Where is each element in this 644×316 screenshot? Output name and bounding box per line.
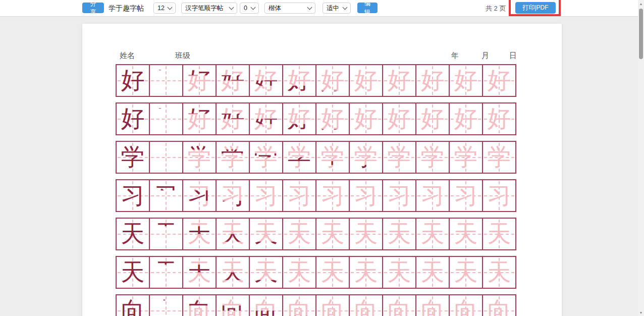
chevron-down-icon bbox=[229, 5, 234, 10]
font-size-value: 12 bbox=[157, 5, 165, 12]
character-glyph-trace: 向 bbox=[450, 295, 482, 316]
character-glyph-trace: 好 bbox=[283, 103, 315, 134]
character-glyph-trace: 学 bbox=[383, 142, 415, 173]
font-family-select[interactable]: 楷体 bbox=[264, 3, 315, 14]
guide-line-horizontal bbox=[151, 234, 181, 235]
character-glyph-trace: 习 bbox=[316, 180, 349, 211]
practice-cell: 学 bbox=[449, 141, 482, 173]
edit-button[interactable]: 编辑 bbox=[357, 3, 378, 13]
scroll-down-icon[interactable]: ▼ bbox=[638, 309, 644, 316]
character-glyph-trace: 学 bbox=[316, 142, 349, 173]
sheet-type-select[interactable]: 汉字笔顺字帖 bbox=[181, 3, 237, 14]
practice-cell: 向向 bbox=[183, 295, 216, 316]
character-glyph-trace: 学 bbox=[217, 142, 249, 173]
character-glyph-trace: 好 bbox=[217, 65, 249, 96]
chevron-down-icon bbox=[307, 5, 312, 10]
practice-cell: 向 bbox=[149, 295, 183, 316]
practice-cell: 好好 bbox=[283, 103, 316, 135]
practice-cell: 习 bbox=[482, 180, 516, 212]
character-glyph-trace: 好 bbox=[416, 103, 449, 134]
practice-cell: 学学 bbox=[283, 141, 316, 173]
character-glyph-trace: 天 bbox=[383, 257, 415, 288]
guide-line-horizontal bbox=[151, 119, 181, 120]
practice-cell: 好 bbox=[449, 65, 482, 96]
practice-row: 好好好好好好好好好好好好好好好好好 bbox=[116, 102, 516, 135]
practice-cell: 天 bbox=[316, 256, 349, 288]
practice-cell: 天 bbox=[283, 256, 316, 288]
character-glyph-trace: 天 bbox=[416, 257, 449, 288]
practice-cell: 向向 bbox=[216, 295, 249, 316]
practice-cell: 好 bbox=[416, 103, 449, 135]
practice-cell: 天 bbox=[116, 256, 149, 288]
practice-cell: 天 bbox=[149, 256, 183, 288]
practice-cell: 好好 bbox=[183, 103, 216, 135]
practice-cell: 天 bbox=[482, 256, 516, 288]
character-glyph-trace: 向 bbox=[183, 295, 216, 316]
practice-cell: 习习 bbox=[216, 180, 249, 212]
character-glyph-trace: 好 bbox=[283, 65, 315, 96]
practice-cell: 好 bbox=[149, 65, 183, 96]
font-family-value: 楷体 bbox=[269, 4, 281, 13]
practice-cell: 习 bbox=[316, 180, 349, 212]
practice-cell: 天 bbox=[149, 218, 183, 250]
practice-cell: 天 bbox=[449, 218, 482, 250]
practice-cell: 学 bbox=[482, 141, 516, 173]
character-glyph-trace: 向 bbox=[416, 295, 449, 316]
practice-cell: 天天 bbox=[249, 256, 283, 288]
scrollbar[interactable]: ▲ ▼ bbox=[638, 0, 644, 316]
practice-cell: 好好 bbox=[183, 65, 216, 96]
practice-grid: 好好好好好好好好好好好好好好好好好好好好好好好好好好好好好好好好好好学学学学学学… bbox=[116, 64, 516, 316]
practice-cell: 天 bbox=[449, 256, 482, 288]
practice-cell: 向 bbox=[383, 295, 416, 316]
practice-cell: 好好 bbox=[216, 103, 249, 135]
character-glyph-trace: 天 bbox=[183, 219, 216, 249]
guide-line-horizontal bbox=[151, 80, 181, 81]
practice-cell: 习 bbox=[283, 180, 316, 212]
character-glyph-trace: 天 bbox=[183, 257, 216, 288]
print-pdf-button[interactable]: 打印|PDF bbox=[515, 2, 556, 14]
character-glyph-dark: 学 bbox=[117, 142, 149, 173]
character-glyph-trace: 好 bbox=[450, 103, 482, 134]
character-glyph-trace: 向 bbox=[283, 295, 315, 316]
character-glyph-trace: 好 bbox=[383, 103, 415, 134]
practice-cell: 习 bbox=[116, 180, 149, 212]
day-label: 日 bbox=[509, 51, 517, 61]
practice-cell: 天 bbox=[416, 256, 449, 288]
share-button[interactable]: 分享 bbox=[82, 3, 104, 13]
spacing-select[interactable]: 0 bbox=[240, 3, 259, 14]
practice-cell: 天 bbox=[383, 256, 416, 288]
scrollbar-thumb[interactable] bbox=[639, 9, 643, 59]
guide-line-horizontal bbox=[151, 195, 181, 196]
practice-cell: 向 bbox=[416, 295, 449, 316]
character-glyph-trace: 习 bbox=[416, 180, 449, 211]
character-glyph-trace: 好 bbox=[183, 103, 216, 134]
character-glyph-dark: 习 bbox=[117, 180, 149, 211]
character-glyph-trace: 好 bbox=[483, 103, 515, 134]
practice-row: 好好好好好好好好好好好好好好好好好 bbox=[116, 64, 516, 97]
practice-cell: 习 bbox=[449, 180, 482, 212]
guide-line-horizontal bbox=[151, 310, 181, 311]
practice-cell: 学 bbox=[116, 141, 149, 173]
practice-row: 学学学学学学学学学学学学学学学学学学学 bbox=[116, 141, 516, 174]
practice-cell: 好 bbox=[116, 65, 149, 96]
practice-cell: 天 bbox=[482, 218, 516, 250]
practice-cell: 天 bbox=[416, 218, 449, 250]
practice-cell: 习 bbox=[416, 180, 449, 212]
practice-cell: 习 bbox=[349, 180, 383, 212]
site-title: 学于趣字帖 bbox=[109, 0, 144, 17]
practice-cell: 向 bbox=[449, 295, 482, 316]
guide-line-horizontal bbox=[151, 157, 181, 158]
practice-cell: 学学 bbox=[249, 141, 283, 173]
font-size-select[interactable]: 12 bbox=[153, 3, 176, 14]
character-glyph-trace: 天 bbox=[383, 219, 415, 249]
chevron-down-icon bbox=[251, 5, 256, 10]
practice-cell: 好 bbox=[116, 103, 149, 135]
practice-cell: 天天 bbox=[249, 218, 283, 250]
practice-cell: 学学 bbox=[383, 141, 416, 173]
density-select[interactable]: 适中 bbox=[323, 3, 351, 14]
practice-row: 习习习习习习习习习习习习习习 bbox=[116, 179, 516, 212]
practice-cell: 习 bbox=[383, 180, 416, 212]
character-glyph-trace: 习 bbox=[483, 180, 515, 211]
toolbar: 分享 学于趣字帖 12 汉字笔顺字帖 0 楷体 适中 编辑 共 2 页 打印|P… bbox=[0, 0, 638, 17]
scroll-up-icon[interactable]: ▲ bbox=[638, 0, 644, 7]
